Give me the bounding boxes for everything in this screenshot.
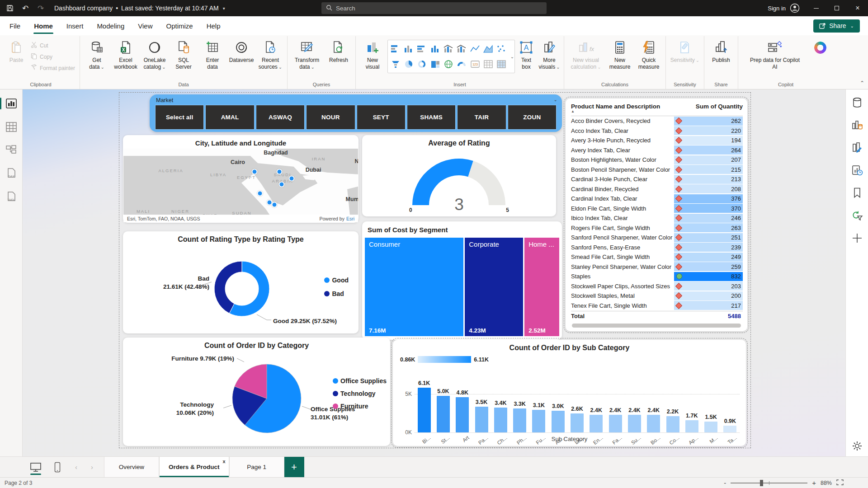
page-tab-overview[interactable]: Overview — [104, 457, 159, 477]
map-data-point[interactable] — [272, 202, 278, 208]
table-row[interactable]: Cardinal 3-Hole Punch, Clear213 — [571, 174, 743, 184]
gallery-expand-icon[interactable]: ⌄ — [510, 54, 514, 59]
slicer-button-zoun[interactable]: ZOUN — [508, 105, 557, 130]
treemap-box-consumer[interactable]: Consumer7.16M — [365, 238, 463, 336]
text-box-button[interactable]: A Text box — [516, 37, 537, 76]
pie-visual[interactable]: Count of Order ID by Category Furniture … — [123, 338, 390, 446]
slicer-button-aswaq[interactable]: ASWAQ — [256, 105, 305, 130]
account-avatar-icon[interactable] — [790, 4, 799, 13]
bar-rect[interactable] — [456, 397, 469, 432]
bar-chart-visual[interactable]: Count of Order ID by Sub Category 0.86K … — [393, 340, 746, 446]
excel-workbook-button[interactable]: X Excel workbook — [112, 37, 140, 76]
search-input[interactable]: Search — [321, 2, 547, 14]
data-pane-icon[interactable] — [849, 96, 865, 109]
donut-visual[interactable]: Count of Rating Type by Rating Type Bad … — [123, 231, 359, 333]
format-pane-icon[interactable] — [849, 141, 865, 155]
get-data-button[interactable]: Get data⌄ — [83, 37, 111, 76]
bar-rect[interactable] — [628, 415, 641, 432]
bar-Ch[interactable]: 3.4KCh... — [491, 385, 510, 432]
legend-item-technology[interactable]: Technology — [333, 390, 387, 397]
slicer-button-shams[interactable]: SHAMS — [407, 105, 456, 130]
model-view-icon[interactable] — [4, 144, 19, 157]
bar-Art[interactable]: 4.8KArt — [453, 385, 472, 432]
legend-item-good[interactable]: Good — [324, 277, 349, 284]
table-row[interactable]: Rogers File Cart, Single Width263 — [571, 223, 743, 233]
menu-optimize[interactable]: Optimize — [160, 16, 200, 35]
maximize-button[interactable] — [826, 0, 847, 16]
new-visual-button[interactable]: New visual — [359, 37, 387, 76]
page-tab-orders-product[interactable]: Orders & Product x — [159, 457, 229, 477]
bar-Ac[interactable]: 3.0KAc... — [548, 385, 567, 432]
visual-type-barsH-icon[interactable] — [415, 41, 429, 56]
visual-type-cols-icon[interactable] — [402, 41, 415, 56]
column-header-quantity[interactable]: Sum of Quantity — [674, 103, 743, 113]
table-row[interactable]: Stockwell Staples, Metal200 — [571, 291, 743, 301]
menu-home[interactable]: Home — [27, 16, 60, 35]
close-button[interactable]: × — [847, 0, 868, 16]
legend-item-furniture[interactable]: Furniture — [333, 403, 387, 410]
slicer-button-select-all[interactable]: Select all — [155, 105, 204, 130]
minimize-button[interactable] — [806, 0, 826, 16]
add-pane-icon[interactable] — [849, 231, 865, 245]
menu-insert[interactable]: Insert — [60, 16, 90, 35]
bar-St[interactable]: 5.0KSt... — [434, 385, 453, 432]
bar-Bo[interactable]: 2.4KBo... — [644, 385, 663, 432]
slicer-button-nour[interactable]: NOUR — [306, 105, 355, 130]
market-slicer[interactable]: Market Select allAMALASWAQNOURSEYTSHAMST… — [150, 94, 562, 132]
table-row[interactable]: Stanley Pencil Sharpener, Water Color259 — [571, 262, 743, 272]
bar-rect[interactable] — [685, 420, 698, 432]
map-data-point[interactable] — [277, 169, 283, 175]
sign-in-link[interactable]: Sign in — [768, 5, 786, 12]
visual-type-combo2-icon[interactable] — [455, 41, 468, 56]
bar-Fa[interactable]: 2.4KFa... — [606, 385, 625, 432]
map-visual[interactable]: City, Latitude and Longitude ALGERIALIBY… — [123, 135, 359, 223]
treemap-box-home[interactable]: Home ...2.52M — [524, 238, 559, 336]
visual-type-funnel-icon[interactable] — [389, 56, 402, 72]
more-visuals-button[interactable]: More visuals⌄ — [538, 37, 561, 76]
visual-type-matrix-icon[interactable] — [495, 56, 508, 72]
visual-type-pie-icon[interactable] — [402, 56, 415, 72]
bar-Pa[interactable]: 3.5KPa... — [472, 385, 491, 432]
sensitivity-button[interactable]: Sensitivity⌄ — [669, 37, 701, 76]
tmdl-view-icon[interactable]: TMDL — [4, 191, 19, 204]
visual-type-area-icon[interactable] — [481, 41, 495, 56]
bar-Ap[interactable]: 1.7KAp... — [682, 385, 701, 432]
visual-type-scatter-icon[interactable] — [495, 41, 508, 56]
settings-gear-icon[interactable] — [849, 439, 865, 453]
table-visual[interactable]: Product Name and Description▲ Sum of Qua… — [566, 99, 747, 331]
visual-gallery[interactable]: ⌄ 123 — [387, 40, 515, 73]
table-row[interactable]: Acco Binder Covers, Recycled262 — [571, 116, 743, 126]
table-row[interactable]: Ibico Index Tab, Clear246 — [571, 213, 743, 223]
visual-type-globe-icon[interactable] — [442, 56, 455, 72]
new-measure-button[interactable]: New measure — [606, 37, 634, 76]
onelake-catalog-button[interactable]: OneLake catalog⌄ — [141, 37, 169, 76]
treemap-visual[interactable]: Sum of Cost by Segment Consumer7.16MCorp… — [362, 221, 562, 340]
enter-data-button[interactable]: Enter data — [198, 37, 226, 76]
menu-file[interactable]: File — [3, 16, 27, 35]
report-canvas[interactable]: Market Select allAMALASWAQNOURSEYTSHAMST… — [23, 89, 845, 456]
new-page-button[interactable]: + — [284, 457, 304, 477]
map-data-point[interactable] — [257, 191, 263, 197]
copy-button[interactable]: Copy — [29, 52, 77, 61]
report-view-icon[interactable] — [4, 97, 19, 110]
table-row[interactable]: Cardinal Index Tab, Clear376 — [571, 194, 743, 204]
table-row[interactable]: Boston Highlighters, Water Color207 — [571, 155, 743, 165]
bar-Co[interactable]: 2.2KCo... — [663, 385, 682, 432]
slicer-collapse-icon[interactable]: ⌄ — [554, 97, 557, 102]
table-row[interactable]: Staples832 — [571, 272, 743, 282]
treemap-box-corporate[interactable]: Corporate4.23M — [465, 238, 523, 336]
visual-type-stackH-icon[interactable] — [389, 41, 402, 56]
slicer-button-tair[interactable]: TAIR — [457, 105, 506, 130]
performance-analyzer-pane-icon[interactable] — [849, 164, 865, 177]
bar-Su[interactable]: 2.4KSu... — [625, 385, 644, 432]
bar-rect[interactable] — [590, 415, 603, 432]
bar-rect[interactable] — [723, 426, 736, 432]
dataverse-button[interactable]: Dataverse — [227, 37, 255, 76]
table-row[interactable]: Acco Index Tab, Clear220 — [571, 126, 743, 136]
recent-sources-button[interactable]: Recent sources⌄ — [256, 37, 284, 76]
table-row[interactable]: Cardinal Binder, Recycled208 — [571, 184, 743, 194]
visual-type-donut-icon[interactable] — [415, 56, 429, 72]
mobile-layout-icon[interactable] — [51, 460, 64, 474]
visual-type-kpi-icon[interactable]: 123 — [468, 56, 481, 72]
bar-rect[interactable] — [437, 396, 450, 432]
